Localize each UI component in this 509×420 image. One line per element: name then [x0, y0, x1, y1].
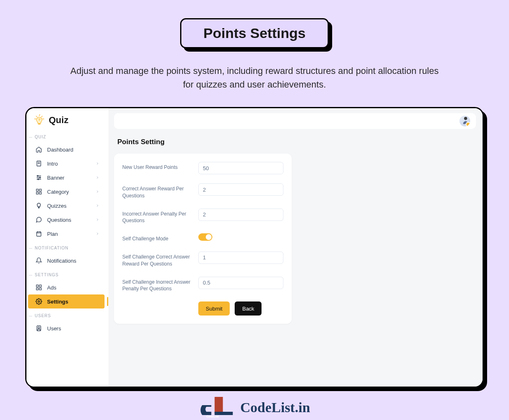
svg-text:?: ?: [38, 118, 40, 122]
app-panel: ? Quiz QUIZ Dashboard Intro Banner: [25, 107, 484, 388]
page-title: Points Setting: [109, 129, 483, 152]
chevron-right-icon: [95, 190, 100, 194]
gear-icon: [36, 298, 42, 305]
sidebar-item-plan[interactable]: Plan: [28, 227, 107, 241]
sidebar-item-questions[interactable]: Questions: [28, 213, 107, 227]
calendar-icon: [36, 230, 42, 237]
sidebar-item-label: Intro: [47, 161, 58, 167]
watermark-text: CodeList.in: [240, 400, 310, 415]
svg-text:CodeList: CodeList: [206, 415, 219, 418]
chevron-right-icon: [95, 232, 100, 236]
sidebar-item-ads[interactable]: Ads: [28, 280, 107, 294]
svg-rect-20: [39, 285, 41, 287]
new-user-input[interactable]: [198, 162, 283, 174]
correct-label: Correct Answer Reward Per Questions: [122, 183, 193, 199]
new-user-label: New User Reward Points: [122, 162, 193, 171]
sidebar-item-label: Notifications: [47, 258, 76, 264]
sidebar-item-label: Quizzes: [47, 203, 67, 209]
section-users: USERS: [26, 313, 109, 318]
sidebar-item-label: Dashboard: [47, 147, 74, 153]
sidebar-item-dashboard[interactable]: Dashboard: [28, 142, 107, 157]
sidebar-item-label: Ads: [47, 285, 56, 291]
self-mode-toggle[interactable]: [198, 233, 212, 241]
chevron-right-icon: [95, 161, 100, 166]
svg-rect-14: [39, 192, 41, 194]
sidebar-item-intro[interactable]: Intro: [28, 157, 107, 171]
chevron-right-icon: [95, 176, 100, 180]
svg-rect-1: [38, 123, 40, 124]
settings-card: New User Reward Points Correct Answer Re…: [114, 154, 292, 324]
watermark-logo-icon: CodeList: [199, 397, 236, 418]
bulb-icon: [36, 202, 42, 209]
self-correct-label: Self Challenge Correct Answer Reward Per…: [122, 252, 193, 268]
hero-subtitle: Adjust and manage the points system, inc…: [69, 64, 440, 91]
sidebar-item-settings[interactable]: Settings: [28, 294, 105, 308]
svg-rect-27: [214, 397, 223, 413]
sidebar-item-users[interactable]: Users: [28, 321, 107, 335]
section-notification: NOTIFICATION: [26, 246, 109, 250]
chat-icon: [36, 216, 42, 223]
self-mode-label: Self Challenge Mode: [122, 233, 193, 242]
document-icon: [36, 160, 42, 167]
home-icon: [36, 146, 42, 153]
sidebar-item-label: Category: [47, 189, 69, 195]
correct-input[interactable]: [198, 183, 283, 196]
grid-icon: [36, 284, 42, 291]
sliders-icon: [36, 174, 42, 181]
sidebar-item-category[interactable]: Category: [28, 185, 107, 199]
submit-button[interactable]: Submit: [198, 301, 230, 316]
svg-rect-13: [36, 192, 38, 194]
main-content: Points Setting New User Reward Points Co…: [109, 108, 483, 387]
svg-point-23: [38, 301, 40, 302]
sidebar-item-banner[interactable]: Banner: [28, 171, 107, 185]
sidebar-item-quizzes[interactable]: Quizzes: [28, 199, 107, 213]
svg-rect-19: [36, 285, 38, 287]
svg-rect-15: [37, 232, 41, 236]
svg-point-26: [464, 117, 467, 120]
watermark: CodeList CodeList.in: [199, 397, 310, 418]
self-incorrect-input[interactable]: [198, 277, 283, 289]
user-icon: [36, 325, 42, 332]
grid-icon: [36, 188, 42, 195]
svg-rect-28: [214, 412, 233, 415]
chevron-right-icon: [95, 204, 100, 208]
incorrect-label: Incorrect Answer Penalty Per Questions: [122, 209, 193, 225]
incorrect-input[interactable]: [198, 209, 283, 221]
logo-icon: ?: [33, 114, 45, 126]
sidebar-item-label: Banner: [47, 175, 64, 181]
sidebar-item-label: Plan: [47, 231, 58, 237]
self-incorrect-label: Self Challenge Inorrect Answer Penalty P…: [122, 277, 193, 293]
sidebar-item-label: Users: [47, 325, 61, 332]
svg-rect-12: [39, 189, 41, 191]
sidebar-item-label: Settings: [47, 299, 68, 305]
sidebar-item-notifications[interactable]: Notifications: [28, 254, 107, 268]
sidebar-item-label: Questions: [47, 217, 71, 223]
svg-rect-11: [36, 189, 38, 191]
chevron-right-icon: [95, 218, 100, 222]
section-quiz: QUIZ: [26, 135, 109, 139]
hero-title: Points Settings: [180, 18, 329, 48]
bell-icon: [36, 257, 42, 264]
topbar: [114, 113, 476, 129]
svg-rect-21: [36, 288, 38, 290]
back-button[interactable]: Back: [235, 301, 262, 316]
section-settings: SETTINGS: [26, 273, 109, 277]
svg-rect-22: [39, 288, 41, 290]
svg-point-25: [38, 327, 40, 329]
self-correct-input[interactable]: [198, 252, 283, 264]
sidebar: ? Quiz QUIZ Dashboard Intro Banner: [26, 108, 109, 387]
avatar[interactable]: [459, 116, 470, 126]
brand-text: Quiz: [49, 115, 69, 126]
brand[interactable]: ? Quiz: [26, 114, 109, 126]
